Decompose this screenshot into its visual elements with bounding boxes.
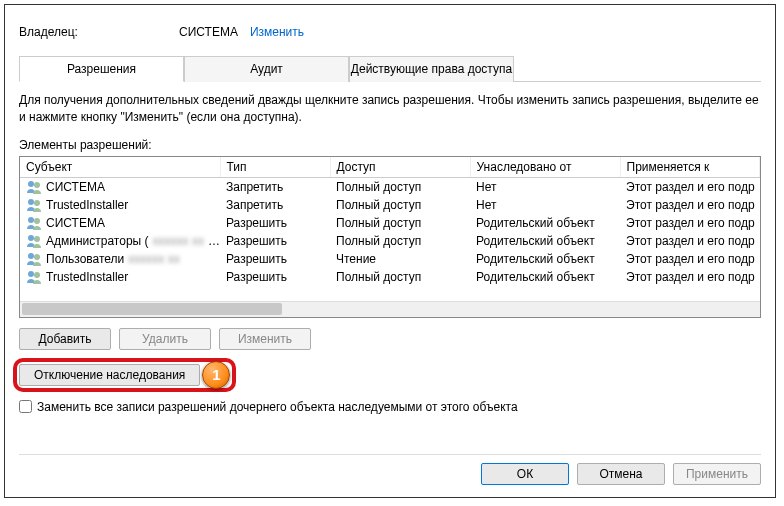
edit-button: Изменить	[219, 328, 311, 350]
svg-point-3	[34, 200, 40, 206]
svg-point-7	[34, 236, 40, 242]
remove-button: Удалить	[119, 328, 211, 350]
owner-row: Владелец: СИСТЕМА Изменить	[19, 25, 761, 39]
scrollbar-thumb[interactable]	[22, 303, 282, 315]
col-type[interactable]: Тип	[220, 157, 330, 178]
type-cell: Запретить	[220, 177, 330, 196]
tabs: Разрешения Аудит Действующие права досту…	[19, 55, 761, 82]
ok-button[interactable]: ОК	[481, 463, 569, 485]
type-cell: Разрешить	[220, 250, 330, 268]
bottom-divider	[19, 454, 761, 455]
owner-value: СИСТЕМА	[179, 25, 238, 39]
tab-audit[interactable]: Аудит	[184, 56, 349, 82]
permissions-table-wrap: Субъект Тип Доступ Унаследовано от Приме…	[19, 156, 761, 318]
svg-point-9	[34, 254, 40, 260]
svg-point-6	[28, 235, 34, 241]
group-icon	[26, 251, 42, 267]
subject-cell: TrustedInstaller	[46, 198, 128, 212]
inherited-cell: Родительский объект	[470, 250, 620, 268]
dialog-buttons: ОК Отмена Применить	[481, 463, 761, 485]
table-row[interactable]: Администраторы (xxxxxx xx…РазрешитьПолны…	[20, 232, 760, 250]
access-cell: Полный доступ	[330, 214, 470, 232]
cancel-button[interactable]: Отмена	[577, 463, 665, 485]
type-cell: Разрешить	[220, 268, 330, 286]
action-buttons-row: Добавить Удалить Изменить	[19, 328, 761, 350]
disable-inheritance-button[interactable]: Отключение наследования	[19, 364, 200, 386]
table-row[interactable]: TrustedInstallerРазрешитьПолный доступРо…	[20, 268, 760, 286]
subject-cell: Пользователи	[46, 252, 124, 266]
svg-point-5	[34, 218, 40, 224]
type-cell: Разрешить	[220, 214, 330, 232]
col-access[interactable]: Доступ	[330, 157, 470, 178]
svg-point-2	[28, 199, 34, 205]
group-icon	[26, 197, 42, 213]
group-icon	[26, 233, 42, 249]
horizontal-scrollbar[interactable]	[20, 301, 760, 317]
access-cell: Чтение	[330, 250, 470, 268]
table-row[interactable]: СИСТЕМАРазрешитьПолный доступРодительски…	[20, 214, 760, 232]
apply-button: Применить	[673, 463, 761, 485]
col-subject[interactable]: Субъект	[20, 157, 220, 178]
applies-cell: Этот раздел и его подр	[620, 250, 760, 268]
col-inherited[interactable]: Унаследовано от	[470, 157, 620, 178]
annotation-marker: 1	[202, 361, 230, 389]
inherited-cell: Родительский объект	[470, 232, 620, 250]
group-icon	[26, 269, 42, 285]
group-icon	[26, 215, 42, 231]
owner-label: Владелец:	[19, 25, 179, 39]
type-cell: Запретить	[220, 196, 330, 214]
replace-checkbox[interactable]	[19, 400, 32, 413]
inherited-cell: Нет	[470, 196, 620, 214]
elements-label: Элементы разрешений:	[19, 138, 761, 152]
access-cell: Полный доступ	[330, 177, 470, 196]
disable-inheritance-highlight: Отключение наследования 1	[19, 364, 200, 386]
access-cell: Полный доступ	[330, 232, 470, 250]
access-cell: Полный доступ	[330, 268, 470, 286]
applies-cell: Этот раздел и его подр	[620, 214, 760, 232]
inherited-cell: Нет	[470, 177, 620, 196]
svg-point-11	[34, 272, 40, 278]
advanced-security-dialog: Владелец: СИСТЕМА Изменить Разрешения Ау…	[4, 4, 776, 498]
svg-point-0	[28, 181, 34, 187]
tab-permissions[interactable]: Разрешения	[19, 56, 184, 82]
inherited-cell: Родительский объект	[470, 214, 620, 232]
permissions-table[interactable]: Субъект Тип Доступ Унаследовано от Приме…	[20, 157, 760, 286]
applies-cell: Этот раздел и его подр	[620, 177, 760, 196]
table-row[interactable]: СИСТЕМАЗапретитьПолный доступНетЭтот раз…	[20, 177, 760, 196]
table-row[interactable]: TrustedInstallerЗапретитьПолный доступНе…	[20, 196, 760, 214]
type-cell: Разрешить	[220, 232, 330, 250]
table-header-row: Субъект Тип Доступ Унаследовано от Приме…	[20, 157, 760, 178]
replace-checkbox-label: Заменить все записи разрешений дочернего…	[37, 400, 518, 414]
subject-cell: СИСТЕМА	[46, 216, 105, 230]
access-cell: Полный доступ	[330, 196, 470, 214]
applies-cell: Этот раздел и его подр	[620, 268, 760, 286]
group-icon	[26, 179, 42, 195]
subject-cell: TrustedInstaller	[46, 270, 128, 284]
tab-effective-access[interactable]: Действующие права доступа	[349, 56, 514, 82]
svg-point-1	[34, 182, 40, 188]
add-button[interactable]: Добавить	[19, 328, 111, 350]
table-row[interactable]: Пользователиxxxxxx xxРазрешитьЧтениеРоди…	[20, 250, 760, 268]
inherited-cell: Родительский объект	[470, 268, 620, 286]
replace-checkbox-row: Заменить все записи разрешений дочернего…	[19, 400, 761, 414]
subject-cell: Администраторы (	[46, 234, 149, 248]
help-text: Для получения дополнительных сведений дв…	[19, 92, 761, 126]
owner-change-link[interactable]: Изменить	[250, 25, 304, 39]
applies-cell: Этот раздел и его подр	[620, 232, 760, 250]
svg-point-10	[28, 271, 34, 277]
svg-point-8	[28, 253, 34, 259]
svg-point-4	[28, 217, 34, 223]
subject-cell: СИСТЕМА	[46, 180, 105, 194]
applies-cell: Этот раздел и его подр	[620, 196, 760, 214]
col-applies[interactable]: Применяется к	[620, 157, 760, 178]
